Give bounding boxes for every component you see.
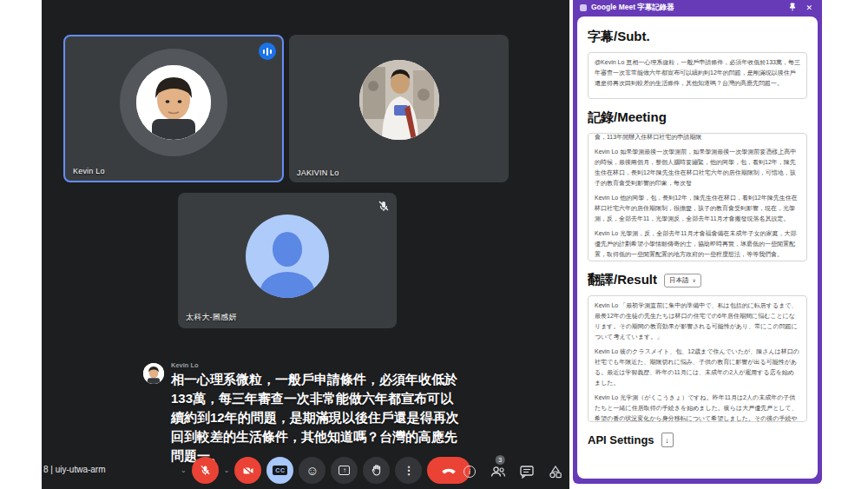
mic-options-caret-icon[interactable]: ⌄: [181, 467, 187, 474]
hand-icon: [372, 465, 382, 476]
language-select[interactable]: 日本語 ∨: [664, 274, 701, 287]
shapes-icon: [549, 466, 562, 479]
meeting-note-fragment: 會，113年開辦入住林口社宅的申請期限: [595, 133, 800, 142]
caption-text: 相一心理系微粒，一般戶申請條件，必須年收低於133萬，每三年審查一次非常能做六年…: [171, 370, 466, 466]
meeting-details-button[interactable]: i: [461, 463, 478, 480]
info-icon: i: [464, 466, 476, 478]
meet-toolbar: 8 | uiy-utwa-arm ⌄ ⌄: [42, 454, 569, 489]
cc-icon: CC: [273, 466, 287, 475]
meeting-note: Kevin Lo 光學測，反，全部去年11月才會福會備在未成年子女的家庭，大部優…: [595, 228, 800, 260]
chevron-down-icon: ∨: [693, 277, 696, 283]
subtitle-text: @Kevin Lo 豆相一心理系微粒，一般戶申請條件，必須年收低於133萬，每三…: [595, 57, 800, 89]
close-icon[interactable]: ✕: [803, 3, 815, 12]
translation-paragraph: Kevin Lo 彼のクラスメイト、包、12歳まで住んでいたが、陳さんは林口の社…: [595, 347, 800, 388]
camera-options-caret-icon[interactable]: ⌄: [224, 467, 230, 474]
avatar-ring: [120, 49, 227, 156]
participant-tile-generic[interactable]: 太科大-圖感妍: [178, 193, 397, 328]
more-options-button[interactable]: ⋮: [395, 457, 422, 484]
smiley-icon: ☺: [306, 464, 319, 477]
caption-speaker-avatar: [143, 363, 164, 384]
participant-tile-kevin[interactable]: Kevin Lo: [63, 35, 284, 182]
api-settings-heading: API Settings: [588, 433, 654, 446]
participant-tile-jakivin[interactable]: JAKIVIN Lo: [289, 35, 509, 182]
people-icon: [490, 466, 506, 478]
present-screen-button[interactable]: ↑: [331, 457, 358, 484]
activities-button[interactable]: [547, 463, 564, 480]
screen: Kevin Lo JAKIVIN Lo: [0, 0, 868, 489]
extension-body: 字幕/Subt. @Kevin Lo 豆相一心理系微粒，一般戶申請條件，必須年收…: [577, 17, 818, 479]
raise-hand-button[interactable]: [363, 457, 390, 484]
time-and-meeting-code: 8 | uiy-utwa-arm: [43, 465, 106, 474]
reactions-button[interactable]: ☺: [299, 457, 326, 484]
call-end-icon: [441, 466, 457, 474]
result-section-heading: 翻譯/Result 日本語 ∨: [588, 272, 807, 288]
translation-paragraph: Kevin Lo 「最初学測直前に集中的準備中で、私は包括的に転居するまで、最長…: [595, 301, 800, 342]
present-icon: ↑: [339, 466, 350, 475]
meeting-note: Kevin Lo 他的同學，包，長到12年，陳先生住在林口，看到12年陳先生住在…: [595, 193, 800, 224]
pin-icon[interactable]: [786, 3, 799, 13]
subtitle-box[interactable]: @Kevin Lo 豆相一心理系微粒，一般戶申請條件，必須年收低於133萬，每三…: [588, 52, 807, 99]
api-settings-expand-button[interactable]: ↓: [661, 433, 674, 447]
mic-mute-button[interactable]: [192, 457, 219, 484]
subtitle-section-heading: 字幕/Subt.: [588, 29, 807, 45]
participant-count-badge: 3: [496, 455, 505, 465]
api-settings-row: API Settings ↓: [588, 433, 807, 447]
extension-panel: Google Meet 字幕記錄器 ✕ 字幕/Subt. @Kevin Lo 豆…: [573, 0, 822, 484]
meeting-notes-box[interactable]: 會，113年開辦入住林口社宅的申請期限 Kevin Lo 如果學測最後一次學測前…: [588, 133, 807, 261]
extension-app-icon: [580, 4, 587, 11]
camera-off-button[interactable]: [234, 457, 261, 484]
participant-name: Kevin Lo: [73, 167, 105, 175]
audio-level-icon: [259, 43, 276, 60]
meeting-section-heading: 記錄/Meeting: [588, 109, 807, 126]
chat-button[interactable]: [518, 463, 536, 480]
mic-muted-icon: [378, 200, 390, 212]
participant-name: 太科大-圖感妍: [186, 312, 236, 323]
language-selected-value: 日本語: [669, 276, 689, 285]
participants-button[interactable]: 3: [490, 463, 507, 480]
avatar: [359, 60, 439, 140]
captions-toggle-button[interactable]: CC: [266, 457, 293, 484]
extension-title: Google Meet 字幕記錄器: [591, 3, 782, 13]
meet-window: Kevin Lo JAKIVIN Lo: [42, 0, 569, 489]
translation-result-box[interactable]: Kevin Lo 「最初学測直前に集中的準備中で、私は包括的に転居するまで、最長…: [588, 295, 807, 422]
default-avatar: [246, 215, 329, 298]
caption-area: Kevin Lo 相一心理系微粒，一般戶申請條件，必須年收低於133萬，每三年審…: [143, 361, 551, 466]
participant-name: JAKIVIN Lo: [297, 169, 339, 177]
extension-header: Google Meet 字幕記錄器 ✕: [573, 0, 822, 16]
meeting-note: Kevin Lo 如果學測最後一次學測前，如果學測最後一次學測前要憑樣上高中的時…: [595, 147, 800, 188]
more-vert-icon: ⋮: [403, 464, 414, 477]
chat-icon: [520, 466, 534, 479]
translation-paragraph: Kevin Lo 光学測（がくこうきょ）ですね。昨年11月は2人の未成年の子供た…: [595, 393, 800, 422]
result-heading-label: 翻譯/Result: [588, 272, 657, 288]
caption-speaker-name: Kevin Lo: [171, 361, 466, 369]
avatar: [136, 65, 211, 140]
